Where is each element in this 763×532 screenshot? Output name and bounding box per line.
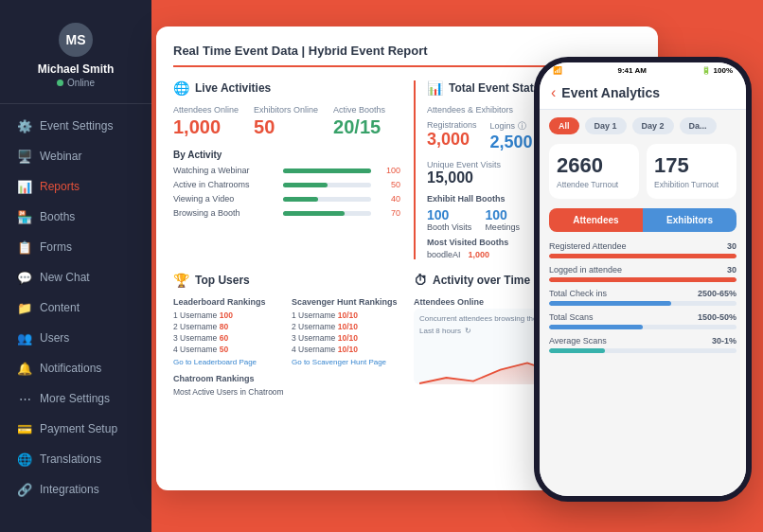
registrations-stat: Registrations 3,000 [427, 120, 477, 152]
activity-row: Active in Chatrooms 50 [173, 180, 400, 189]
by-activity-section: By Activity Watching a Webinar 100 Activ… [173, 150, 400, 218]
sidebar-item-label: Reports [40, 180, 80, 193]
live-metrics: Attendees Online 1,000 Exhibitors Online… [173, 105, 400, 138]
sidebar-item-new-chat[interactable]: 💬 New Chat [8, 263, 144, 292]
scavenger-item: 1 Username 10/10 [292, 310, 400, 320]
total-checkins-stat: Total Check ins 2500-65% [549, 289, 736, 306]
activity-row: Browsing a Booth 70 [173, 208, 400, 218]
active-booths-metric: Active Booths 20/15 [333, 105, 385, 138]
active-booths-label: Active Booths [333, 105, 385, 115]
sidebar-item-label: More Settings [40, 392, 110, 405]
sidebar-item-forms[interactable]: 📋 Forms [8, 233, 144, 261]
logged-in-attendee-stat: Logged in attendee 30 [549, 265, 736, 282]
time-range-label: Last 8 hours [419, 327, 461, 335]
sidebar-item-translations[interactable]: 🌐 Translations [8, 445, 144, 473]
meetings: 100 Meetings [485, 207, 520, 232]
sidebar-user-profile: MS Michael Smith Online [0, 15, 151, 104]
attendees-value: 1,000 [173, 116, 239, 138]
users-icon: 👥 [17, 330, 32, 346]
sidebar-nav: ⚙️ Event Settings 🖥️ Webinar 📊 Reports 🏪… [0, 112, 151, 532]
chatroom-subtitle: Most Active Users in Chatroom [173, 387, 400, 397]
mobile-body: All Day 1 Day 2 Da... 2660 Attendee Turn… [540, 110, 746, 496]
payment-icon: 💳 [17, 421, 32, 436]
integrations-icon: 🔗 [17, 482, 32, 497]
sidebar-item-label: Content [40, 301, 80, 314]
forms-icon: 📋 [17, 239, 32, 255]
scavenger-hunt-section: Scavenger Hunt Rankings 1 Username 10/10… [292, 297, 400, 366]
mobile-status-bar: 📶 9:41 AM 🔋 100% [540, 62, 746, 79]
trophy-icon: 🏆 [173, 273, 189, 288]
activity-time-label: Activity over Time [433, 274, 530, 287]
sidebar-item-reports[interactable]: 📊 Reports [8, 172, 144, 201]
live-activities-section: 🌐 Live Activities Attendees Online 1,000… [173, 80, 400, 259]
bell-icon: 🔔 [17, 361, 32, 376]
sidebar-item-label: Users [40, 331, 69, 345]
mobile-analytics-card: 📶 9:41 AM 🔋 100% ‹ Event Analytics All D… [534, 57, 752, 502]
exhibitors-online-metric: Exhibitors Online 50 [254, 105, 318, 138]
by-activity-title: By Activity [173, 150, 400, 160]
activity-row: Viewing a Video 40 [173, 194, 400, 204]
exhibition-turnout-value: 175 [654, 153, 729, 178]
tab-day2[interactable]: Day 2 [632, 117, 674, 134]
attendees-toggle-btn[interactable]: Attendees [549, 208, 643, 232]
leaderboard-item: 1 Username 100 [173, 310, 282, 320]
leaderboard-section: Leaderboard Rankings 1 Username 100 2 Us… [173, 297, 282, 366]
scavenger-title: Scavenger Hunt Rankings [292, 297, 400, 307]
tab-all[interactable]: All [549, 117, 579, 134]
clock-icon: ⏱ [414, 273, 427, 288]
user-status: Online [57, 78, 95, 88]
reports-icon: 📊 [17, 179, 32, 194]
sidebar-item-event-settings[interactable]: ⚙️ Event Settings [8, 112, 144, 140]
sidebar-item-label: Translations [40, 452, 101, 466]
scavenger-item: 3 Username 10/10 [292, 333, 400, 343]
sidebar-item-webinar[interactable]: 🖥️ Webinar [8, 142, 144, 170]
attendees-label: Attendees Online [173, 105, 239, 115]
sidebar-item-label: Webinar [40, 150, 81, 163]
sidebar-item-more-settings[interactable]: ⋯ More Settings [8, 384, 144, 413]
battery-level: 100% [714, 66, 733, 75]
battery-icon: 🔋 100% [701, 66, 733, 75]
leaderboard-scavenger-grid: Leaderboard Rankings 1 Username 100 2 Us… [173, 297, 400, 366]
chatroom-section: Chatroom Rankings Most Active Users in C… [173, 374, 400, 397]
leaderboard-item: 2 Username 80 [173, 322, 282, 331]
sidebar-item-content[interactable]: 📁 Content [8, 293, 144, 322]
attendee-turnout-value: 2660 [557, 153, 631, 178]
signal-icon: 📶 [553, 66, 562, 75]
translate-icon: 🌐 [17, 452, 32, 467]
top-users-label: Top Users [195, 274, 250, 287]
chatroom-title: Chatroom Rankings [173, 374, 400, 383]
live-activities-label: Live Activities [195, 81, 271, 95]
sidebar-item-integrations[interactable]: 🔗 Integrations [8, 475, 144, 504]
sidebar-item-notifications[interactable]: 🔔 Notifications [8, 354, 144, 382]
stats-icon: 📊 [427, 80, 443, 96]
scavenger-link[interactable]: Go to Scavenger Hunt Page [292, 358, 400, 366]
average-scans-stat: Average Scans 30-1% [549, 336, 736, 353]
sidebar: MS Michael Smith Online ⚙️ Event Setting… [0, 0, 151, 532]
registered-attendee-stat: Registered Attendee 30 [549, 241, 736, 258]
exhibitors-toggle-btn[interactable]: Exhibitors [643, 208, 736, 232]
tab-day1[interactable]: Day 1 [585, 117, 627, 134]
refresh-icon: ↻ [465, 327, 471, 335]
mobile-header: ‹ Event Analytics [540, 79, 746, 110]
back-button[interactable]: ‹ [551, 84, 556, 101]
tab-day3[interactable]: Da... [680, 117, 717, 134]
big-numbers-grid: 2660 Attendee Turnout 175 Exhibition Tur… [549, 144, 736, 199]
leaderboard-title: Leaderboard Rankings [173, 297, 282, 307]
sidebar-item-payment[interactable]: 💳 Payment Setup [8, 415, 144, 443]
chat-icon: 💬 [17, 270, 32, 285]
username-label: Michael Smith [38, 62, 115, 76]
day-tabs: All Day 1 Day 2 Da... [549, 117, 736, 134]
sidebar-item-users[interactable]: 👥 Users [8, 324, 144, 352]
activity-row: Watching a Webinar 100 [173, 166, 400, 175]
registrations-value: 3,000 [427, 130, 477, 150]
exhibition-turnout-label: Exhibition Turnout [654, 180, 729, 189]
webinar-icon: 🖥️ [17, 149, 32, 164]
status-text: Online [67, 78, 95, 88]
exhibitors-label: Exhibitors Online [254, 105, 318, 115]
content-icon: 📁 [17, 300, 32, 315]
live-activities-header: 🌐 Live Activities [173, 80, 400, 96]
leaderboard-link[interactable]: Go to Leaderboard Page [173, 358, 282, 366]
attendee-turnout-label: Attendee Turnout [557, 180, 631, 189]
mobile-stats-list: Registered Attendee 30 Logged in attende… [549, 241, 736, 353]
sidebar-item-booths[interactable]: 🏪 Booths [8, 203, 144, 231]
